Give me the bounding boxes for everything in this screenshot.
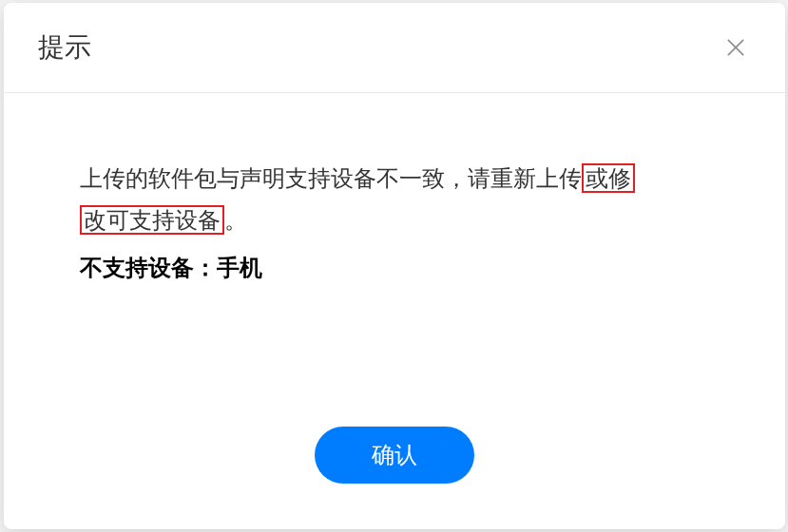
unsupported-device-line: 不支持设备：手机 xyxy=(80,247,709,289)
alert-dialog: 提示 上传的软件包与声明支持设备不一致，请重新上传或修改可支持设备。 不支持设备… xyxy=(4,3,785,529)
close-icon xyxy=(722,34,749,61)
close-button[interactable] xyxy=(721,32,751,63)
dialog-header: 提示 xyxy=(4,3,785,93)
message-text-part2: 。 xyxy=(224,207,247,233)
confirm-button[interactable]: 确认 xyxy=(315,427,474,484)
unsupported-label: 不支持设备： xyxy=(80,255,217,280)
dialog-body: 上传的软件包与声明支持设备不一致，请重新上传或修改可支持设备。 不支持设备：手机 xyxy=(4,93,785,427)
dialog-footer: 确认 xyxy=(4,427,785,529)
dialog-message: 上传的软件包与声明支持设备不一致，请重新上传或修改可支持设备。 xyxy=(80,158,709,241)
highlighted-text-2: 改可支持设备 xyxy=(80,205,224,235)
unsupported-device-value: 手机 xyxy=(217,255,262,280)
highlighted-text-1: 或修 xyxy=(582,163,635,193)
message-text-part1: 上传的软件包与声明支持设备不一致，请重新上传 xyxy=(80,165,582,191)
dialog-title: 提示 xyxy=(38,29,91,66)
